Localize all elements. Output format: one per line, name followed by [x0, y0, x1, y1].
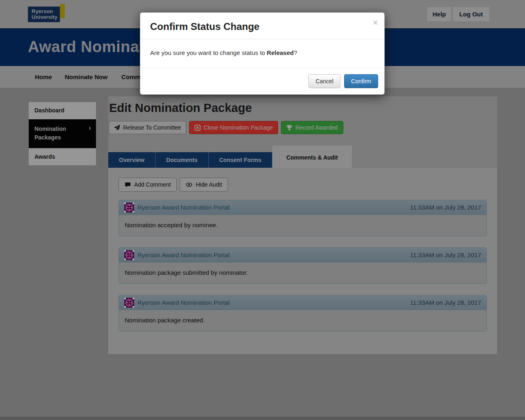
ryerson-logo: Ryerson University [28, 7, 60, 22]
sidebar-item-nomination-packages[interactable]: Nomination Packages › [29, 119, 96, 148]
tab-documents[interactable]: Documents [155, 152, 208, 168]
sidebar-item-label: Dashboard [34, 107, 64, 114]
audit-message: Nomination package created. [119, 310, 486, 331]
audit-entry-header: Ryerson Award Nomination Portal 11:33AM … [119, 295, 486, 310]
avatar [124, 250, 134, 260]
sidebar-item-label: Awards [34, 153, 55, 160]
button-label: Add Comment [134, 181, 171, 188]
audit-entry: Ryerson Award Nomination Portal 11:33AM … [119, 247, 487, 284]
logout-button[interactable]: Log Out [453, 7, 489, 21]
comment-icon [125, 182, 131, 188]
avatar [124, 203, 134, 212]
audit-message: Nomination package submitted by nominato… [119, 262, 486, 283]
sidebar-item-dashboard[interactable]: Dashboard [29, 102, 96, 119]
audit-author: Ryerson Award Nomination Portal [137, 251, 230, 258]
chevron-right-icon: › [89, 123, 91, 132]
audit-timestamp: 11:33AM on July 28, 2017 [410, 204, 481, 211]
audit-timestamp: 11:33AM on July 28, 2017 [410, 251, 481, 258]
confirm-button[interactable]: Confirm [344, 74, 378, 88]
sidebar-item-label: Nomination Packages [34, 125, 80, 142]
nav-item-nominate-now[interactable]: Nominate Now [65, 66, 107, 88]
close-square-icon [194, 125, 201, 131]
button-label: Record Awarded [295, 124, 338, 131]
trophy-icon [286, 125, 292, 131]
hide-audit-button[interactable]: Hide Audit [180, 178, 228, 192]
nav-item-home[interactable]: Home [35, 66, 52, 88]
pane-button-row: Add Comment Hide Audit [119, 178, 487, 192]
sidebar: Dashboard Nomination Packages › Awards [29, 102, 96, 165]
sidebar-item-awards[interactable]: Awards [29, 148, 96, 165]
footer-bar [0, 417, 525, 420]
modal-message-prefix: Are you sure you want to change status t… [150, 49, 267, 56]
button-label: Close Nomination Package [203, 124, 273, 131]
modal-header: Confirm Status Change × [140, 13, 384, 39]
logo-line1: Ryerson [32, 9, 60, 14]
tab-overview[interactable]: Overview [108, 152, 155, 168]
close-icon[interactable]: × [373, 18, 378, 27]
button-label: Release To Committee [123, 124, 181, 131]
content-area: Edit Nomination Package Release To Commi… [108, 96, 497, 352]
action-button-row: Release To Committee Close Nomination Pa… [109, 121, 497, 134]
add-comment-button[interactable]: Add Comment [119, 178, 177, 192]
logo-line2: University [32, 14, 60, 20]
modal-title: Confirm Status Change [150, 21, 374, 32]
close-nomination-package-button[interactable]: Close Nomination Package [189, 121, 278, 134]
audit-entry: Ryerson Award Nomination Portal 11:33AM … [119, 295, 487, 331]
send-icon [114, 125, 120, 131]
tab-comments-audit[interactable]: Comments & Audit [272, 146, 352, 168]
audit-entry-header: Ryerson Award Nomination Portal 11:33AM … [119, 248, 486, 262]
audit-entry: Ryerson Award Nomination Portal 11:33AM … [119, 200, 487, 236]
record-awarded-button[interactable]: Record Awarded [281, 121, 343, 134]
tab-consent-forms[interactable]: Consent Forms [209, 152, 273, 168]
page-title: Edit Nomination Package [109, 101, 497, 118]
avatar [124, 298, 134, 308]
logo-gold-bar [60, 4, 65, 18]
modal-footer: Cancel Confirm [140, 68, 384, 94]
button-label: Hide Audit [196, 181, 222, 188]
help-button[interactable]: Help [427, 7, 451, 21]
modal-message-suffix: ? [294, 49, 297, 56]
modal-status-value: Released [267, 49, 294, 56]
release-to-committee-button[interactable]: Release To Committee [109, 121, 186, 134]
audit-timestamp: 11:33AM on July 28, 2017 [410, 299, 481, 306]
modal-body: Are you sure you want to change status t… [140, 39, 384, 68]
audit-author: Ryerson Award Nomination Portal [137, 299, 230, 306]
eye-icon [186, 182, 192, 188]
audit-author: Ryerson Award Nomination Portal [137, 204, 230, 211]
cancel-button[interactable]: Cancel [308, 74, 340, 88]
audit-message: Nomination accepted by nominee. [119, 215, 486, 236]
comments-audit-pane: Add Comment Hide Audit [108, 168, 497, 354]
confirm-status-change-modal: Confirm Status Change × Are you sure you… [140, 12, 385, 95]
tab-bar: Overview Documents Consent Forms Comment… [108, 146, 497, 168]
audit-entry-header: Ryerson Award Nomination Portal 11:33AM … [119, 200, 486, 215]
